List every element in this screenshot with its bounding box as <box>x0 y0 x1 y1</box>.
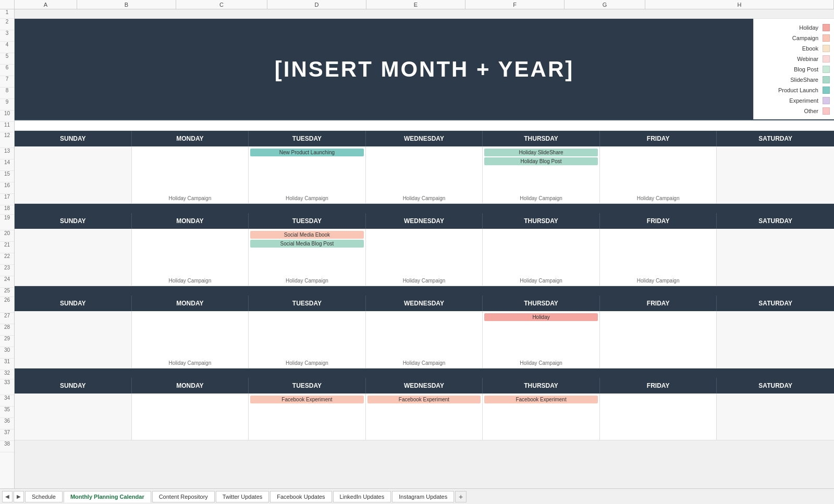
legend-swatch-productlaunch <box>823 87 830 94</box>
week2-tuesday-event-ebook: Social Media Ebook <box>250 231 364 239</box>
legend-item-campaign: Campaign <box>754 33 834 43</box>
week4-wednesday-header: WEDNESDAY <box>366 378 483 394</box>
week2-thursday-cell: Holiday Campaign <box>483 229 600 286</box>
week3-wednesday-campaign: Holiday Campaign <box>366 360 483 366</box>
tab-schedule[interactable]: Schedule <box>25 491 63 502</box>
legend-swatch-holiday <box>823 24 830 31</box>
legend-item-webinar: Webinar <box>754 54 834 64</box>
tab-add-button[interactable]: + <box>455 491 467 502</box>
week3-thursday-cell: Holiday Holiday Campaign <box>483 311 600 368</box>
week1-tuesday-header: TUESDAY <box>249 131 366 146</box>
week4-monday-header: MONDAY <box>132 378 249 394</box>
week3-friday-header: FRIDAY <box>600 296 717 311</box>
separator-row-11 <box>15 120 834 131</box>
week4-tuesday-event-experiment: Facebook Experiment <box>250 396 364 403</box>
week1-thursday-campaign: Holiday Campaign <box>483 195 599 201</box>
legend-item-ebook: Ebook <box>754 43 834 54</box>
col-c: C <box>176 0 267 9</box>
legend-item-holiday: Holiday <box>754 22 834 33</box>
week3-thursday-header: THURSDAY <box>483 296 600 311</box>
week-3: SUNDAY MONDAY TUESDAY WEDNESDAY THURSDAY… <box>15 296 834 368</box>
week1-thursday-event-blog: Holiday Blog Post <box>484 157 598 165</box>
week1-friday-cell: Holiday Campaign <box>600 146 717 204</box>
week4-thursday-cell: Facebook Experiment <box>483 394 600 440</box>
week2-tuesday-header: TUESDAY <box>249 213 366 229</box>
week1-thursday-header: THURSDAY <box>483 131 600 146</box>
separator-row-18 <box>15 204 834 213</box>
legend-panel: Holiday Campaign Ebook Webinar <box>753 19 834 119</box>
week4-sunday-header: SUNDAY <box>15 378 132 394</box>
week2-wednesday-header: WEDNESDAY <box>366 213 483 229</box>
week1-wednesday-cell: Holiday Campaign <box>366 146 483 204</box>
week3-sunday-header: SUNDAY <box>15 296 132 311</box>
week1-saturday-header: SATURDAY <box>717 131 834 146</box>
week2-wednesday-cell: Holiday Campaign <box>366 229 483 286</box>
legend-item-experiment: Experiment <box>754 95 834 106</box>
content-area: [INSERT MONTH + YEAR] Holiday Campaign E… <box>15 9 834 488</box>
week-4: SUNDAY MONDAY TUESDAY WEDNESDAY THURSDAY… <box>15 378 834 440</box>
legend-label-holiday: Holiday <box>799 24 818 31</box>
week4-thursday-event-experiment: Facebook Experiment <box>484 396 598 403</box>
week1-tuesday-event-product: New Product Launching <box>250 149 364 156</box>
week4-cells: Facebook Experiment Facebook Experiment … <box>15 394 834 440</box>
legend-item-slideshare: SlideShare <box>754 75 834 85</box>
week3-thursday-event-holiday: Holiday <box>484 313 598 321</box>
legend-swatch-ebook <box>823 45 830 52</box>
week1-thursday-cell: Holiday SlideShare Holiday Blog Post Hol… <box>483 146 600 204</box>
week2-wednesday-campaign: Holiday Campaign <box>366 278 483 284</box>
tab-next-button[interactable]: ▶ <box>14 491 24 502</box>
legend-label-other: Other <box>804 108 818 114</box>
week3-cells: Holiday Campaign Holiday Campaign Holida… <box>15 311 834 368</box>
week1-sunday-cell <box>15 146 132 204</box>
calendar-title: [INSERT MONTH + YEAR] <box>275 57 574 82</box>
spreadsheet-container: A B C D E F G H 1 2 3 4 5 6 7 8 9 10 11 … <box>0 0 834 504</box>
tab-monthly-planning-calendar[interactable]: Monthly Planning Calendar <box>64 491 151 502</box>
week4-monday-cell <box>132 394 249 440</box>
week-2: SUNDAY MONDAY TUESDAY WEDNESDAY THURSDAY… <box>15 213 834 286</box>
week4-saturday-header: SATURDAY <box>717 378 834 394</box>
col-h: H <box>645 0 834 9</box>
week3-friday-cell <box>600 311 717 368</box>
col-f: F <box>465 0 565 9</box>
legend-label-blogpost: Blog Post <box>794 66 818 72</box>
week4-friday-header: FRIDAY <box>600 378 717 394</box>
legend-item-productlaunch: Product Launch <box>754 85 834 95</box>
week-1: SUNDAY MONDAY TUESDAY WEDNESDAY THURSDAY… <box>15 131 834 204</box>
week3-wednesday-header: WEDNESDAY <box>366 296 483 311</box>
separator-row-25 <box>15 286 834 296</box>
tab-instagram-updates[interactable]: Instagram Updates <box>392 491 454 502</box>
week1-wednesday-campaign: Holiday Campaign <box>366 195 483 201</box>
legend-item-blogpost: Blog Post <box>754 64 834 75</box>
tab-content-repository[interactable]: Content Repository <box>152 491 215 502</box>
week2-saturday-header: SATURDAY <box>717 213 834 229</box>
week1-monday-header: MONDAY <box>132 131 249 146</box>
week2-headers: SUNDAY MONDAY TUESDAY WEDNESDAY THURSDAY… <box>15 213 834 229</box>
week3-tuesday-campaign: Holiday Campaign <box>249 360 365 366</box>
legend-swatch-experiment <box>823 97 830 104</box>
col-e: E <box>366 0 465 9</box>
tab-facebook-updates[interactable]: Facebook Updates <box>270 491 332 502</box>
legend-label-webinar: Webinar <box>797 56 818 62</box>
week1-monday-cell: Holiday Campaign <box>132 146 249 204</box>
week3-wednesday-cell: Holiday Campaign <box>366 311 483 368</box>
week1-friday-header: FRIDAY <box>600 131 717 146</box>
legend-swatch-other <box>823 107 830 115</box>
tab-linkedin-updates[interactable]: LinkedIn Updates <box>333 491 391 502</box>
week2-monday-cell: Holiday Campaign <box>132 229 249 286</box>
week4-thursday-header: THURSDAY <box>483 378 600 394</box>
tab-prev-button[interactable]: ◀ <box>2 491 13 502</box>
legend-label-campaign: Campaign <box>792 35 818 41</box>
tab-twitter-updates[interactable]: Twitter Updates <box>216 491 269 502</box>
row-numbers-column: 1 2 3 4 5 6 7 8 9 10 11 12 13 14 15 16 1… <box>0 9 15 488</box>
week2-cells: Holiday Campaign Social Media Ebook Soci… <box>15 229 834 286</box>
legend-label-productlaunch: Product Launch <box>778 87 818 93</box>
week4-sunday-cell <box>15 394 132 440</box>
week1-tuesday-campaign: Holiday Campaign <box>249 195 365 201</box>
week2-tuesday-cell: Social Media Ebook Social Media Blog Pos… <box>249 229 366 286</box>
col-g: G <box>565 0 645 9</box>
week4-tuesday-header: TUESDAY <box>249 378 366 394</box>
week2-saturday-cell <box>717 229 834 286</box>
legend-swatch-webinar <box>823 55 830 63</box>
separator-row-32 <box>15 368 834 378</box>
legend-swatch-slideshare <box>823 76 830 83</box>
